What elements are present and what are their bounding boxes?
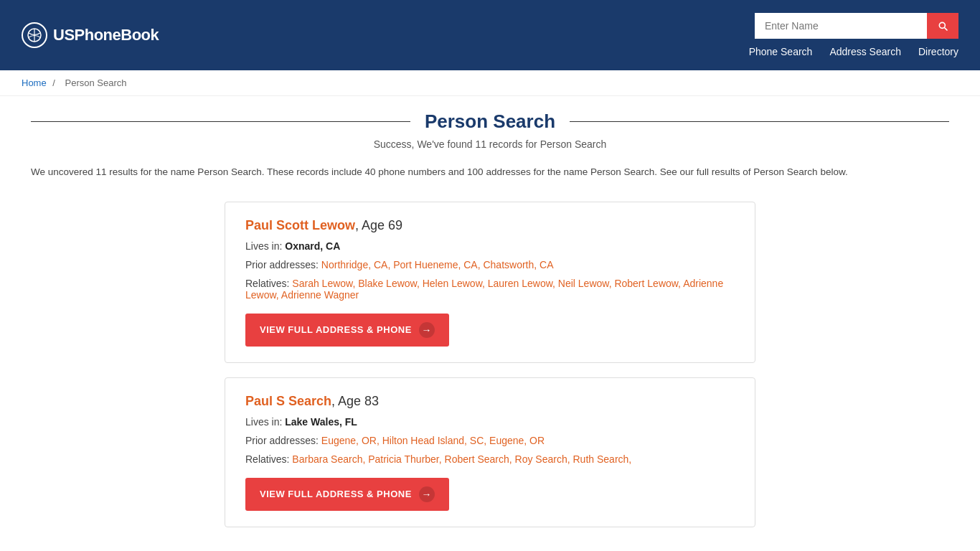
view-full-button-arrow: → xyxy=(419,322,435,338)
person-name-line: Paul S Search, Age 83 xyxy=(245,394,735,409)
logo-icon xyxy=(22,22,47,48)
person-name[interactable]: Paul S Search xyxy=(245,394,331,408)
person-age: , Age 83 xyxy=(331,394,379,408)
person-relatives: Relatives: Barbara Search, Patricia Thur… xyxy=(245,453,735,465)
title-line: Person Search xyxy=(31,110,949,133)
page-title-section: Person Search Success, We've found 11 re… xyxy=(31,110,949,150)
relatives-link[interactable]: Sarah Lewow, Blake Lewow, Helen Lewow, L… xyxy=(245,278,723,301)
nav-directory[interactable]: Directory xyxy=(918,46,958,57)
breadcrumb-separator: / xyxy=(52,77,55,88)
relatives-link[interactable]: Barbara Search, Patricia Thurber, Robert… xyxy=(292,453,631,465)
person-name[interactable]: Paul Scott Lewow xyxy=(245,218,355,232)
prior-address-link[interactable]: Eugene, OR, Hilton Head Island, SC, Euge… xyxy=(321,435,545,446)
person-prior-addresses: Prior addresses: Eugene, OR, Hilton Head… xyxy=(245,435,735,446)
person-card: Paul Scott Lewow, Age 69 Lives in: Oxnar… xyxy=(225,202,755,363)
main-nav: Phone Search Address Search Directory xyxy=(749,46,958,57)
person-lives: Lives in: Lake Wales, FL xyxy=(245,416,735,428)
main-content: Person Search Success, We've found 11 re… xyxy=(9,96,971,551)
prior-address-link[interactable]: Northridge, CA, Port Hueneme, CA, Chatsw… xyxy=(321,259,554,270)
search-bar[interactable] xyxy=(755,13,958,39)
person-name-line: Paul Scott Lewow, Age 69 xyxy=(245,218,735,233)
logo[interactable]: USPhoneBook xyxy=(22,22,159,48)
search-input[interactable] xyxy=(755,13,927,39)
person-age: , Age 69 xyxy=(355,218,402,232)
title-divider-left xyxy=(31,121,410,122)
person-relatives: Relatives: Sarah Lewow, Blake Lewow, Hel… xyxy=(245,278,735,301)
breadcrumb: Home / Person Search xyxy=(0,70,980,96)
person-lives-value: Lake Wales, FL xyxy=(285,416,357,428)
person-lives: Lives in: Oxnard, CA xyxy=(245,240,735,252)
search-button[interactable] xyxy=(927,13,958,39)
page-title: Person Search xyxy=(425,110,555,133)
person-card: Paul S Search, Age 83 Lives in: Lake Wal… xyxy=(225,377,755,527)
person-prior-addresses: Prior addresses: Northridge, CA, Port Hu… xyxy=(245,259,735,270)
person-lives-value: Oxnard, CA xyxy=(285,240,340,252)
page-subtitle: Success, We've found 11 records for Pers… xyxy=(31,138,949,150)
breadcrumb-current: Person Search xyxy=(65,77,127,88)
logo-text: USPhoneBook xyxy=(53,26,159,44)
nav-phone-search[interactable]: Phone Search xyxy=(749,46,813,57)
nav-address-search[interactable]: Address Search xyxy=(829,46,901,57)
view-full-button[interactable]: VIEW FULL ADDRESS & PHONE → xyxy=(245,314,449,347)
title-divider-right xyxy=(570,121,949,122)
view-full-button[interactable]: VIEW FULL ADDRESS & PHONE → xyxy=(245,478,449,511)
view-full-button-label: VIEW FULL ADDRESS & PHONE xyxy=(260,324,412,335)
site-header: USPhoneBook Phone Search Address Search … xyxy=(0,0,980,70)
view-full-button-label: VIEW FULL ADDRESS & PHONE xyxy=(260,489,412,499)
view-full-button-arrow: → xyxy=(419,486,435,502)
breadcrumb-home[interactable]: Home xyxy=(22,77,47,88)
header-right: Phone Search Address Search Directory xyxy=(749,13,958,57)
page-description: We uncovered 11 results for the name Per… xyxy=(31,164,949,180)
